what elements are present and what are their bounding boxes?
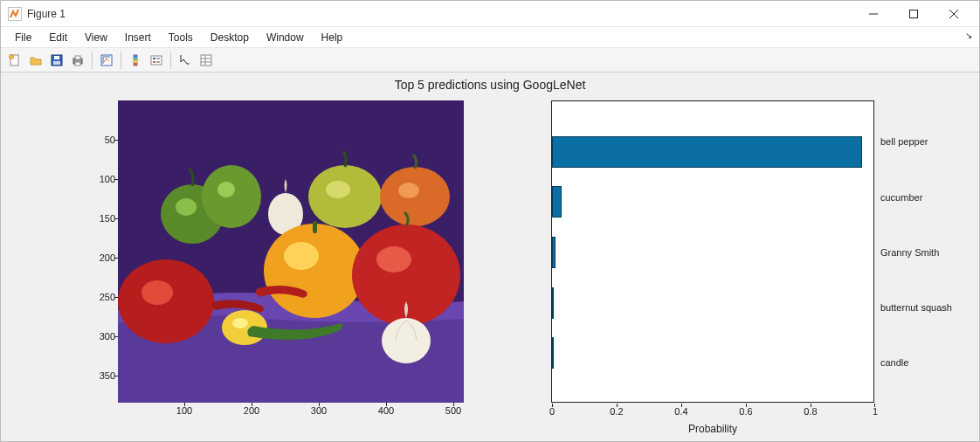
svg-rect-11 (75, 56, 80, 59)
svg-rect-24 (201, 55, 211, 66)
new-figure-button[interactable] (5, 51, 24, 70)
matlab-figure-icon (8, 7, 22, 21)
tick-mark (874, 404, 875, 407)
tick-mark (114, 258, 118, 259)
xtick-label: 0.8 (804, 406, 817, 417)
category-label: bell pepper (880, 136, 928, 147)
svg-point-47 (382, 318, 431, 363)
dock-arrow-icon[interactable]: ↘ (965, 31, 972, 40)
xtick-label: 300 (311, 405, 327, 416)
insert-colorbar-button[interactable] (126, 51, 145, 70)
tick-mark (617, 404, 618, 407)
svg-rect-9 (53, 61, 60, 65)
open-property-inspector-button[interactable] (197, 51, 216, 70)
bar (552, 287, 554, 319)
print-button[interactable] (68, 51, 87, 70)
xlabel: Probability (552, 423, 873, 435)
svg-rect-42 (313, 221, 317, 233)
titlebar: Figure 1 (1, 1, 979, 27)
ytick-label: 350 (100, 370, 115, 381)
svg-rect-8 (54, 56, 59, 59)
xtick-label: 1 (873, 406, 878, 417)
figure-canvas: Top 5 predictions using GoogLeNet (1, 73, 979, 441)
tick-mark (114, 218, 118, 219)
insert-legend-button[interactable] (147, 51, 166, 70)
svg-rect-18 (134, 63, 137, 66)
menu-desktop[interactable]: Desktop (202, 29, 258, 46)
tick-mark (252, 403, 252, 406)
left-axes[interactable]: 50 100 150 200 250 300 350 100 200 300 4… (118, 100, 464, 403)
tick-mark (681, 404, 682, 407)
edit-plot-button[interactable] (176, 51, 195, 70)
save-button[interactable] (47, 51, 66, 70)
svg-point-33 (202, 165, 261, 228)
window-title: Figure 1 (27, 8, 66, 20)
tick-mark (746, 404, 747, 407)
tick-mark (811, 404, 811, 407)
figure-title: Top 5 predictions using GoogLeNet (1, 78, 979, 92)
svg-rect-16 (134, 58, 137, 60)
menu-help[interactable]: Help (313, 29, 352, 46)
xtick-label: 400 (378, 405, 394, 416)
menu-tools[interactable]: Tools (160, 29, 202, 46)
svg-rect-2 (910, 10, 918, 17)
svg-point-46 (232, 318, 248, 328)
xtick-label: 0 (549, 406, 555, 417)
ytick-label: 100 (100, 174, 115, 184)
tick-mark (386, 403, 387, 406)
toolbar-separator (170, 52, 171, 69)
category-label: butternut squash (880, 302, 952, 313)
tick-mark (114, 376, 118, 376)
xtick-label: 100 (176, 405, 192, 416)
xtick-label: 200 (244, 405, 259, 416)
tick-mark (552, 404, 553, 407)
ytick-label: 300 (100, 331, 115, 342)
xtick-label: 0.6 (739, 406, 752, 417)
svg-point-44 (376, 246, 411, 273)
bar (552, 186, 562, 218)
close-button[interactable] (934, 1, 974, 27)
link-axes-button[interactable] (97, 51, 116, 70)
svg-rect-12 (75, 62, 80, 66)
menu-window[interactable]: Window (258, 29, 313, 46)
menu-view[interactable]: View (76, 29, 116, 46)
right-axes[interactable]: bell pepper cucumber Granny Smith butter… (551, 100, 874, 403)
svg-rect-19 (151, 56, 162, 65)
menubar: File Edit View Insert Tools Desktop Wind… (1, 27, 979, 48)
svg-point-6 (10, 54, 14, 59)
tick-mark (184, 403, 185, 406)
xtick-label: 500 (445, 405, 461, 416)
svg-point-37 (326, 181, 350, 198)
svg-point-39 (398, 183, 419, 198)
peppers-image (118, 100, 464, 403)
category-label: cucumber (880, 192, 922, 203)
tick-mark (114, 336, 118, 337)
category-label: candle (880, 357, 908, 368)
tick-mark (453, 403, 454, 406)
ytick-label: 150 (100, 213, 115, 224)
minimize-button[interactable] (853, 1, 894, 27)
svg-rect-15 (134, 55, 137, 58)
svg-point-30 (141, 280, 173, 305)
svg-point-40 (264, 224, 365, 318)
xtick-label: 0.4 (674, 406, 687, 417)
maximize-button[interactable] (894, 1, 934, 27)
toolbar-separator (121, 52, 121, 69)
bar (552, 237, 556, 268)
svg-point-34 (217, 182, 235, 197)
ytick-label: 200 (100, 252, 115, 263)
menu-file[interactable]: File (6, 29, 40, 46)
bar (552, 136, 862, 168)
category-label: Granny Smith (880, 247, 939, 258)
menu-edit[interactable]: Edit (40, 29, 76, 46)
tick-mark (114, 297, 118, 298)
bar (552, 337, 554, 369)
menu-insert[interactable]: Insert (116, 29, 160, 46)
svg-rect-17 (134, 60, 137, 63)
ytick-label: 250 (100, 292, 115, 302)
xtick-label: 0.2 (610, 406, 623, 417)
tick-mark (114, 140, 118, 141)
toolbar (1, 48, 979, 73)
open-button[interactable] (26, 51, 45, 70)
svg-point-41 (284, 242, 319, 270)
